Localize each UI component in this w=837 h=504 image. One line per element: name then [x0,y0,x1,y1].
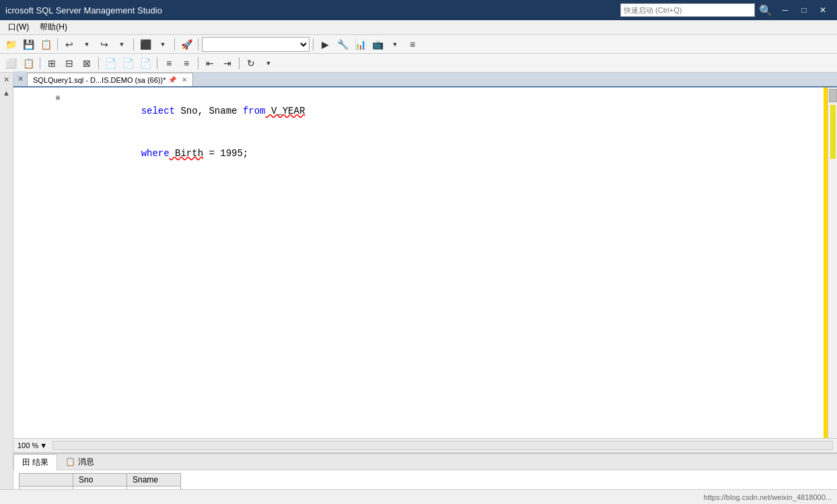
tb2-btn-12[interactable]: ⇥ [219,56,235,71]
status-url: https://blog.csdn.net/weixin_4818000... [704,493,832,501]
toolbar-btn-10[interactable]: 📺 [369,37,386,52]
tb2-btn-10[interactable]: ≡ [178,56,194,71]
editor-line-1: ▣ select Sno, Sname from V_YEAR [13,90,828,133]
tab-scroll-left[interactable]: ✕ [13,71,27,86]
line-text-2[interactable]: where Birth = 1995; [62,133,828,175]
toolbar-btn-2[interactable]: 💾 [20,37,36,52]
tb2-btn-1[interactable]: ⬜ [3,56,19,71]
results-tab-bar: 田 结果 📋 消息 [13,454,837,470]
tb2-btn-9[interactable]: ≡ [161,56,177,71]
identifier-birth: Birth [170,148,203,159]
toolbar-btn-1[interactable]: 📁 [3,37,19,52]
results-tab-results[interactable]: 田 结果 [13,454,57,470]
tb2-btn-11[interactable]: ⇤ [202,56,218,71]
editor[interactable]: ▣ select Sno, Sname from V_YEAR where Bi… [13,87,828,438]
query-tab[interactable]: SQLQuery1.sql - D...IS.DEMO (sa (66))* 📌… [27,73,193,86]
tab-pin-icon[interactable]: 📌 [168,76,176,83]
toolbar-undo[interactable]: ↩ [61,37,77,52]
keyword-select: select [141,106,175,116]
sep-t2-4 [198,57,198,69]
separator-5 [313,38,314,50]
tb2-btn-3[interactable]: ⊞ [44,56,60,71]
tb2-btn-6[interactable]: 📄 [102,56,118,71]
menu-item-help[interactable]: 帮助(H) [34,20,73,34]
app-title: icrosoft SQL Server Management Studio [5,5,620,15]
title-bar: icrosoft SQL Server Management Studio 🔍 … [0,0,837,20]
separator-2 [133,38,134,50]
horizontal-scrollbar[interactable] [52,441,833,450]
quick-launch-input[interactable] [620,3,755,17]
identifier-vyear: V_YEAR [265,106,305,116]
status-bar: https://blog.csdn.net/weixin_4818000... [0,489,837,504]
toolbar-btn-8[interactable]: 🔧 [334,37,351,52]
tb2-btn-5[interactable]: ⊠ [79,56,95,71]
toolbar-btn-6[interactable]: 🚀 [178,37,194,52]
sep-t2-1 [40,57,40,69]
toolbar-btn-11[interactable]: ▼ [387,37,403,52]
toolbar-btn-5[interactable]: ⬛ [137,37,153,52]
collapse-btn[interactable]: ✕ [0,73,13,86]
keyword-from: from [243,106,266,116]
toolbar-redo[interactable]: ↪ [96,37,112,52]
content-area: ✕ SQLQuery1.sql - D...IS.DEMO (sa (66))*… [13,73,837,504]
results-tab-label: 田 结果 [22,457,48,468]
window-controls: ─ □ ✕ [776,3,832,17]
toolbar-btn-3[interactable]: 📋 [38,37,54,52]
sep-t2-2 [98,57,99,69]
tb2-btn-4[interactable]: ⊟ [61,56,77,71]
zoom-bar: 100 % ▼ [13,438,837,453]
editor-content[interactable]: ▣ select Sno, Sname from V_YEAR where Bi… [13,87,828,178]
main-area: ✕ ▲ ✕ SQLQuery1.sql - D...IS.DEMO (sa (6… [0,73,837,504]
database-selector[interactable] [202,37,310,52]
tab-close-icon[interactable]: ✕ [182,76,187,83]
identifier-eq-1995: = 1995; [203,148,248,159]
right-scrollbar[interactable] [828,87,837,438]
search-icon: 🔍 [759,4,772,17]
menu-bar: 口(W) 帮助(H) [0,20,837,35]
left-gutter: ✕ ▲ [0,73,13,504]
toolbar-btn-5b[interactable]: ▼ [155,37,171,52]
toolbar-2: ⬜ 📋 ⊞ ⊟ ⊠ 📄 📄 📄 ≡ ≡ ⇤ ⇥ ↻ ▼ [0,54,837,73]
separator-4 [198,38,198,50]
tb2-btn-14[interactable]: ▼ [260,56,277,71]
toolbar-1: 📁 💾 📋 ↩ ▼ ↪ ▼ ⬛ ▼ 🚀 ▶ 🔧 📊 📺 ▼ ≡ [0,35,837,54]
editor-wrapper: ▣ select Sno, Sname from V_YEAR where Bi… [13,87,837,438]
minimize-button[interactable]: ─ [776,3,794,17]
results-tab-messages[interactable]: 📋 消息 [57,454,102,470]
row-num-header [20,474,73,487]
menu-item-window[interactable]: 口(W) [3,20,34,34]
keyword-where: where [141,148,170,159]
scroll-yellow-marker [830,105,836,159]
col-sno-header: Sno [73,474,127,487]
tb2-btn-13[interactable]: ↻ [243,56,259,71]
sep-t2-5 [239,57,240,69]
separator-1 [57,38,58,50]
tab-label: SQLQuery1.sql - D...IS.DEMO (sa (66))* [33,76,166,84]
col-sname-header: Sname [127,474,181,487]
messages-tab-label: 📋 消息 [65,456,94,468]
tab-bar: ✕ SQLQuery1.sql - D...IS.DEMO (sa (66))*… [13,73,837,87]
tb2-btn-2[interactable]: 📋 [20,56,36,71]
line-text-1[interactable]: select Sno, Sname from V_YEAR [62,90,828,133]
zoom-label: 100 % [17,441,38,449]
toolbar-btn-7[interactable]: ▶ [317,37,333,52]
scroll-thumb[interactable] [829,89,837,102]
toolbar-btn-12[interactable]: ≡ [404,37,421,52]
sep-t2-3 [157,57,157,69]
identifier-sno-sname: Sno, Sname [175,106,243,116]
separator-3 [174,38,175,50]
toolbar-undo-dropdown[interactable]: ▼ [79,37,95,52]
column-indicator [824,87,828,438]
maximize-button[interactable]: □ [795,3,813,17]
tb2-btn-7[interactable]: 📄 [120,56,136,71]
tb2-btn-8[interactable]: 📄 [137,56,153,71]
editor-line-2: where Birth = 1995; [13,133,828,175]
line-collapse-1[interactable]: ▣ [54,93,62,103]
toolbar-btn-9[interactable]: 📊 [352,37,368,52]
zoom-dropdown-icon[interactable]: ▼ [40,441,47,449]
toolbar-redo-dropdown[interactable]: ▼ [114,37,130,52]
scroll-up-btn[interactable]: ▲ [0,86,13,100]
close-button[interactable]: ✕ [814,3,832,17]
